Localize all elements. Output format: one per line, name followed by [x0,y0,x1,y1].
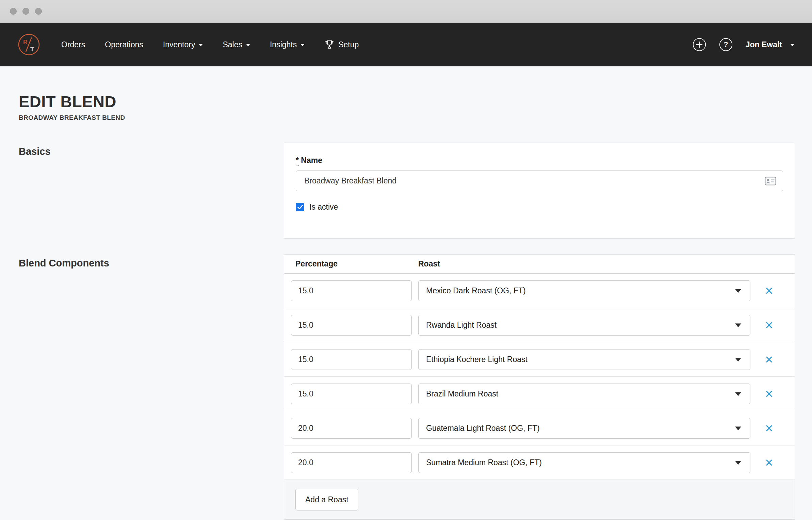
caret-down-icon [735,427,741,430]
blend-component-row: Sumatra Medium Roast (OG, FT) × [284,445,795,480]
chevron-down-icon [790,44,794,46]
roast-select[interactable]: Mexico Dark Roast (OG, FT) [418,280,750,301]
nav-item-label: Insights [270,40,297,49]
remove-component-button[interactable]: × [762,456,776,469]
svg-text:R: R [23,39,28,46]
nav-menu: Orders Operations Inventory Sales Insigh… [61,39,359,50]
caret-down-icon [735,358,741,362]
nav-item-insights[interactable]: Insights [270,40,305,49]
is-active-label: Is active [309,202,338,212]
nav-item-label: Sales [223,40,242,49]
chevron-down-icon [301,44,305,46]
blend-component-row: Ethiopia Kochere Light Roast × [284,342,795,377]
basics-panel: * Name [284,143,795,239]
roastertools-logo-icon[interactable]: R T [18,33,40,56]
nav-item-setup[interactable]: Setup [324,39,359,50]
trophy-icon [324,39,335,50]
required-asterisk: * [296,156,299,166]
caret-down-icon [735,392,741,396]
top-navigation: R T Orders Operations Inventory Sales In… [0,23,812,66]
roast-select[interactable]: Rwanda Light Roast [418,315,750,336]
is-active-checkbox[interactable] [296,203,304,211]
roast-select[interactable]: Sumatra Medium Roast (OG, FT) [418,452,750,473]
window-control-close[interactable] [10,8,17,15]
name-label: Name [301,156,322,165]
nav-item-label: Operations [105,40,143,49]
blend-component-row: Brazil Medium Roast × [284,377,795,411]
blend-component-row: Rwanda Light Roast × [284,308,795,342]
percentage-input[interactable] [291,384,412,404]
components-table-header: Percentage Roast [284,255,795,274]
nav-item-label: Orders [61,40,85,49]
blend-components-panel: Percentage Roast Mexico Dark Roast (OG, … [284,254,795,520]
roast-select-value: Sumatra Medium Roast (OG, FT) [426,458,542,467]
column-header-percentage: Percentage [291,259,412,269]
nav-item-inventory[interactable]: Inventory [163,40,203,49]
name-input-wrapper [296,170,783,191]
basics-section: Basics * Name [19,143,795,239]
chevron-down-icon [246,44,250,46]
column-header-roast: Roast [418,259,750,269]
roast-select-value: Ethiopia Kochere Light Roast [426,355,527,364]
roast-select[interactable]: Ethiopia Kochere Light Roast [418,349,750,370]
app-window: R T Orders Operations Inventory Sales In… [0,0,812,520]
roast-select-value: Rwanda Light Roast [426,321,497,330]
roast-select[interactable]: Guatemala Light Roast (OG, FT) [418,418,750,439]
page-subtitle: BROADWAY BREAKFAST BLEND [19,114,795,121]
components-table-footer: Add a Roast [284,480,795,519]
add-icon[interactable] [693,38,706,51]
window-titlebar [0,0,812,23]
blend-component-row: Mexico Dark Roast (OG, FT) × [284,274,795,308]
svg-text:T: T [30,46,34,53]
blend-component-row: Guatemala Light Roast (OG, FT) × [284,411,795,445]
percentage-input[interactable] [291,418,412,439]
roast-select-value: Brazil Medium Roast [426,389,498,399]
help-icon[interactable]: ? [719,38,733,51]
contact-card-icon [765,177,776,185]
roast-select[interactable]: Brazil Medium Roast [418,384,750,404]
is-active-row: Is active [296,202,783,212]
blend-components-section-label: Blend Components [19,254,284,520]
percentage-input[interactable] [291,315,412,336]
window-control-minimize[interactable] [22,8,29,15]
remove-component-button[interactable]: × [762,353,776,366]
remove-component-button[interactable]: × [762,387,776,401]
user-name: Jon Ewalt [746,40,782,49]
nav-item-sales[interactable]: Sales [223,40,250,49]
roast-select-value: Mexico Dark Roast (OG, FT) [426,286,526,295]
percentage-input[interactable] [291,452,412,473]
page-title: EDIT BLEND [19,92,795,111]
user-menu[interactable]: Jon Ewalt [746,40,794,49]
nav-right-group: ? Jon Ewalt [693,38,794,51]
add-roast-button[interactable]: Add a Roast [295,489,358,510]
basics-section-label: Basics [19,143,284,239]
remove-component-button[interactable]: × [762,284,776,297]
nav-item-label: Inventory [163,40,195,49]
nav-item-operations[interactable]: Operations [105,40,143,49]
name-field-label: * Name [296,156,783,165]
remove-component-button[interactable]: × [762,421,776,435]
blend-components-section: Blend Components Percentage Roast Mexico… [19,254,795,520]
caret-down-icon [735,289,741,293]
name-input[interactable] [296,170,783,191]
main-content: EDIT BLEND BROADWAY BREAKFAST BLEND Basi… [0,92,812,520]
svg-text:?: ? [724,40,728,49]
caret-down-icon [735,324,741,327]
roast-select-value: Guatemala Light Roast (OG, FT) [426,424,540,433]
percentage-input[interactable] [291,349,412,370]
window-control-zoom[interactable] [35,8,42,15]
remove-component-button[interactable]: × [762,318,776,332]
chevron-down-icon [199,44,203,46]
nav-item-orders[interactable]: Orders [61,40,85,49]
nav-item-label: Setup [338,40,359,49]
percentage-input[interactable] [291,280,412,301]
caret-down-icon [735,461,741,465]
